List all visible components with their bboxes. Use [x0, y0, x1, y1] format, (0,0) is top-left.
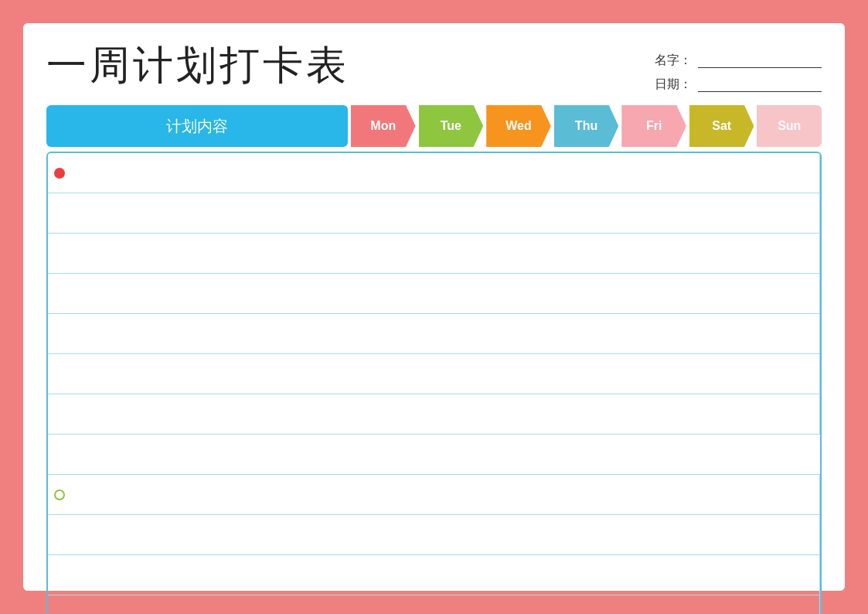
- day-flag-wed: Wed: [486, 105, 551, 147]
- name-line[interactable]: [698, 54, 822, 68]
- data-cell-1-2[interactable]: [48, 595, 820, 614]
- plan-cell-1[interactable]: [48, 475, 820, 515]
- name-label: 名字：: [655, 53, 692, 69]
- days-header: 计划内容 Mon Tue Wed Thu Fri Sat Sun: [46, 105, 822, 147]
- data-cell-1-1[interactable]: [48, 555, 820, 595]
- main-card: 一周计划打卡表 名字： 日期： 计划内容 Mon Tue Wed Thu Fri…: [23, 23, 845, 591]
- day-flags-container: Mon Tue Wed Thu Fri Sat Sun: [351, 105, 822, 147]
- plan-header-cell: 计划内容: [46, 105, 348, 147]
- plan-header-label: 计划内容: [166, 116, 228, 137]
- data-cell-0-0[interactable]: [48, 193, 820, 234]
- bullet-dot: [54, 489, 65, 500]
- day-flag-mon: Mon: [351, 105, 416, 147]
- plan-cell-0[interactable]: [48, 153, 820, 193]
- data-cell-0-5[interactable]: [48, 394, 820, 435]
- table-wrapper: [46, 152, 822, 614]
- data-cell-0-1[interactable]: [48, 234, 820, 274]
- data-cell-0-6[interactable]: [48, 435, 820, 475]
- date-label: 日期：: [655, 77, 692, 93]
- date-field-row: 日期：: [655, 77, 822, 93]
- table-body: [48, 153, 820, 614]
- data-cell-0-2[interactable]: [48, 274, 820, 314]
- page-title: 一周计划打卡表: [46, 45, 349, 85]
- day-flag-fri: Fri: [621, 105, 686, 147]
- day-flag-tue: Tue: [419, 105, 484, 147]
- day-flag-thu: Thu: [554, 105, 619, 147]
- day-flag-sun: Sun: [757, 105, 822, 147]
- header-row: 一周计划打卡表 名字： 日期：: [46, 45, 822, 93]
- day-flag-sat: Sat: [689, 105, 754, 147]
- name-date-area: 名字： 日期：: [655, 45, 822, 93]
- data-cell-1-0[interactable]: [48, 515, 820, 555]
- bullet-dot: [54, 168, 65, 179]
- data-cell-0-4[interactable]: [48, 354, 820, 394]
- date-line[interactable]: [698, 78, 822, 92]
- data-cell-0-3[interactable]: [48, 314, 820, 354]
- name-field-row: 名字：: [655, 53, 822, 69]
